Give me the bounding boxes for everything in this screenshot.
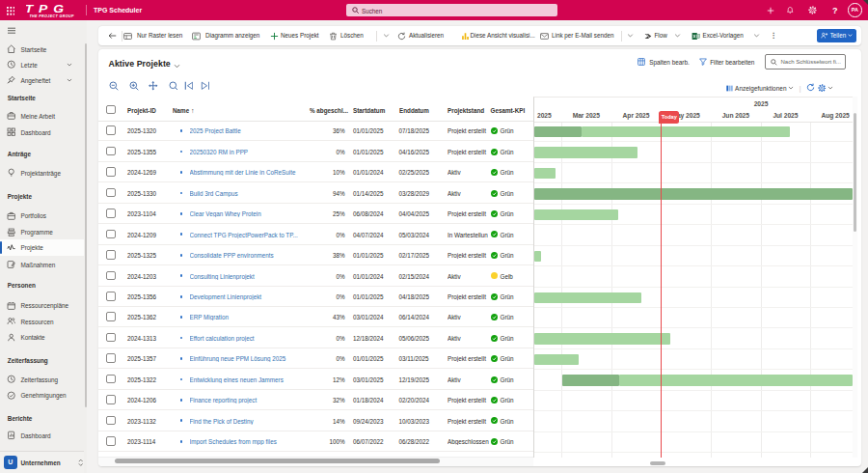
svg-text:THE PROJECT GROUP: THE PROJECT GROUP (30, 14, 75, 18)
